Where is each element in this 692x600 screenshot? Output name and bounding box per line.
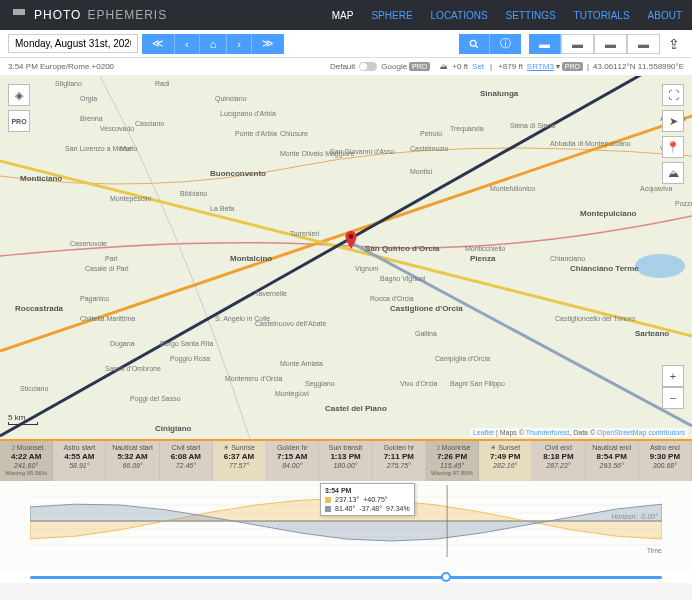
- place-label: Pozze: [675, 200, 692, 207]
- place-label: Paganico: [80, 295, 109, 303]
- map-controls-right: ⛶ ➤ 📍 ⛰: [662, 84, 684, 184]
- nav-map[interactable]: MAP: [332, 10, 354, 21]
- ephemeris-cell[interactable]: Nautical end8:54 PM293.56°: [586, 441, 639, 481]
- place-label: Tavernelle: [255, 290, 287, 297]
- share-button[interactable]: ⇪: [664, 36, 684, 52]
- share-icon: ⇪: [668, 36, 680, 52]
- place-label: Monticiano: [20, 174, 62, 183]
- basemap-default[interactable]: Default: [330, 62, 355, 71]
- today-button[interactable]: ⌂: [200, 34, 228, 54]
- toggle-switch[interactable]: [359, 62, 377, 71]
- pro-button[interactable]: PRO: [8, 110, 30, 132]
- ephemeris-cell[interactable]: Golden hr7:15 AM84.00°: [266, 441, 319, 481]
- ephemeris-cell[interactable]: Astro start4:55 AM58.91°: [53, 441, 106, 481]
- layout-1-button[interactable]: ▬: [529, 34, 561, 54]
- basemap-google[interactable]: Google: [381, 62, 407, 71]
- ephemeris-cell[interactable]: ☀ Sunrise6:37 AM77.57°: [213, 441, 266, 481]
- place-label: San Lorenzo a Merse: [65, 145, 132, 152]
- place-label: Montenero d'Orcia: [225, 375, 282, 382]
- ephemeris-cell[interactable]: ☀ Sunset7:49 PM282.16°: [479, 441, 532, 481]
- next-button[interactable]: ›: [227, 34, 252, 54]
- place-label: Chianciano Terme: [570, 264, 639, 273]
- place-label: Campiglia d'Orcia: [435, 355, 490, 363]
- logo: PHOTO EPHEMERIS: [10, 6, 167, 24]
- ephemeris-cell[interactable]: Astro end9:30 PM300.68°: [639, 441, 692, 481]
- map-scale: 5 km: [8, 413, 38, 425]
- zoom-in-button[interactable]: +: [662, 365, 684, 387]
- place-label: Seggiano: [305, 380, 335, 388]
- place-label: Monticchiello: [465, 245, 506, 252]
- slider-track[interactable]: [30, 576, 662, 579]
- pin-small-icon: 📍: [666, 141, 680, 154]
- place-label: Pari: [105, 255, 118, 262]
- terrain-button[interactable]: ⛰: [662, 162, 684, 184]
- ephemeris-cell[interactable]: Sun transit1:13 PM180.00°: [319, 441, 372, 481]
- ephemeris-cell[interactable]: ☽ Moonrise7:26 PM115.45°Waxing 97.80%: [426, 441, 479, 481]
- ephemeris-cell[interactable]: Nautical start5:32 AM66.09°: [106, 441, 159, 481]
- nav-tutorials[interactable]: TUTORIALS: [574, 10, 630, 21]
- layout-3-button[interactable]: ▬: [594, 34, 627, 54]
- layers-button[interactable]: ◈: [8, 84, 30, 106]
- nav-locations[interactable]: LOCATIONS: [431, 10, 488, 21]
- place-label: Rocca d'Orcia: [370, 295, 414, 302]
- coordinates: 43.06112°N 11.558990°E: [593, 62, 684, 71]
- next-fast-button[interactable]: ≫: [252, 34, 284, 54]
- nav-settings[interactable]: SETTINGS: [506, 10, 556, 21]
- time-tz: 3:54 PM Europe/Rome +0200: [8, 62, 114, 71]
- fullscreen-button[interactable]: ⛶: [662, 84, 684, 106]
- zoom-control: + −: [662, 365, 684, 409]
- map-pin[interactable]: [344, 231, 358, 253]
- place-label: Dogana: [110, 340, 135, 348]
- info-button[interactable]: ⓘ: [490, 34, 521, 54]
- search-button[interactable]: [459, 34, 490, 54]
- elev-marker: +0 ft: [452, 62, 468, 71]
- place-label: Casenovole: [70, 240, 107, 247]
- place-label: Montefollonico: [490, 185, 535, 192]
- place-label: Monte Amiata: [280, 360, 323, 367]
- nav-about[interactable]: ABOUT: [648, 10, 682, 21]
- pin-icon: [344, 231, 358, 251]
- svg-point-3: [349, 234, 353, 238]
- place-label: Bibbiano: [180, 190, 207, 197]
- place-label: San Quirico d'Orcia: [365, 244, 440, 253]
- terrain-icon: ⛰: [668, 167, 679, 179]
- srtm-link[interactable]: SRTM3: [527, 62, 554, 71]
- place-label: Quinciano: [215, 95, 247, 103]
- place-label: Montalcino: [230, 254, 272, 263]
- zoom-out-button[interactable]: −: [662, 387, 684, 409]
- prev-button[interactable]: ‹: [175, 34, 200, 54]
- set-elevation-link[interactable]: Set: [472, 62, 484, 71]
- place-label: Sasso d'Ombrone: [105, 365, 161, 372]
- ephemeris-cell[interactable]: Civil end8:18 PM287.23°: [532, 441, 585, 481]
- layout-4-button[interactable]: ▬: [627, 34, 660, 54]
- pro-badge: PRO: [409, 62, 430, 71]
- layout-icon: ▬: [572, 38, 583, 50]
- brand-b: EPHEMERIS: [87, 8, 167, 22]
- drop-pin-button[interactable]: 📍: [662, 136, 684, 158]
- map[interactable]: SinalungaTrequandaAbbadia di Montepulcia…: [0, 76, 692, 439]
- place-label: Torrenieri: [290, 230, 320, 237]
- map-canvas: SinalungaTrequandaAbbadia di Montepulcia…: [0, 76, 692, 439]
- nav-sphere[interactable]: SPHERE: [371, 10, 412, 21]
- sun-swatch: [325, 497, 331, 503]
- chart-tooltip: 3:54 PM 237.13°+40.75° 81.40°-37.48°97.3…: [320, 483, 415, 516]
- altitude-chart[interactable]: -90-60-40-20020406090Horizon: -0.00°2:00…: [0, 481, 692, 571]
- mountain-icon: ⛰: [440, 62, 448, 71]
- layout-2-button[interactable]: ▬: [561, 34, 594, 54]
- time-slider[interactable]: [0, 571, 692, 583]
- place-label: Vescovado: [100, 125, 134, 132]
- locate-button[interactable]: ➤: [662, 110, 684, 132]
- chevron-down-icon[interactable]: ▾: [556, 62, 560, 71]
- place-label: Borgo Santa Rita: [160, 340, 213, 348]
- layout-icon: ▬: [638, 38, 649, 50]
- place-label: Orgia: [80, 95, 97, 103]
- place-label: Castelmuzio: [410, 145, 449, 152]
- slider-thumb[interactable]: [441, 572, 451, 582]
- place-label: Acquaviva: [640, 185, 672, 193]
- place-label: Chianciano: [550, 255, 585, 262]
- ephemeris-cell[interactable]: Civil start6:08 AM72.46°: [160, 441, 213, 481]
- prev-fast-button[interactable]: ≪: [142, 34, 175, 54]
- ephemeris-cell[interactable]: Golden hr7:11 PM275.75°: [373, 441, 426, 481]
- date-input[interactable]: [8, 34, 138, 53]
- ephemeris-cell[interactable]: ☽ Moonset4:22 AM241.60°Waxing 95.56%: [0, 441, 53, 481]
